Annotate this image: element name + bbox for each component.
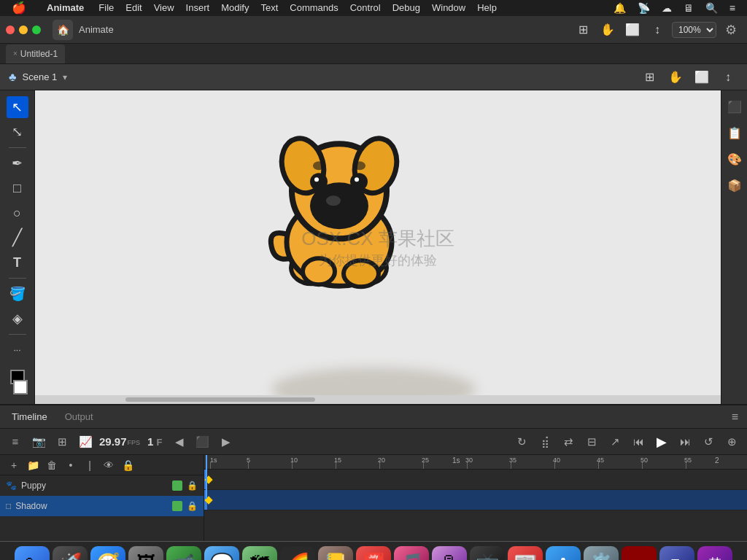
- eraser-tool-btn[interactable]: ◈: [7, 308, 28, 330]
- dock-photos-app[interactable]: 🖼: [128, 546, 163, 561]
- panel-tools-icon[interactable]: ⬛: [724, 96, 745, 117]
- dock-music[interactable]: 🎵: [394, 546, 429, 561]
- layer-vis-btn[interactable]: 👁: [101, 457, 117, 473]
- apple-menu[interactable]: 🍎: [6, 0, 32, 16]
- dock-contacts[interactable]: 📒: [318, 546, 353, 561]
- text-tool-btn[interactable]: T: [7, 252, 28, 273]
- menu-view[interactable]: View: [148, 0, 180, 16]
- screen-icon[interactable]: 🖥: [678, 0, 700, 16]
- paint-bucket-btn[interactable]: 🪣: [7, 283, 28, 305]
- timeline-menu-icon[interactable]: ≡: [732, 411, 738, 424]
- hand-tool-icon[interactable]: ✋: [597, 20, 618, 40]
- pen-tool-btn[interactable]: ✒: [7, 152, 28, 174]
- oval-tool-btn[interactable]: ○: [7, 202, 28, 224]
- dock-tv[interactable]: 📺: [470, 546, 505, 561]
- dock-maps[interactable]: 🗺: [242, 546, 277, 561]
- panel-properties-icon[interactable]: 🎨: [724, 149, 745, 169]
- menu-help[interactable]: Help: [471, 0, 503, 16]
- line-tool-btn[interactable]: ╱: [7, 227, 28, 249]
- dock-facetime[interactable]: 📹: [166, 546, 201, 561]
- subselect-tool-btn[interactable]: ⤡: [7, 121, 28, 143]
- panel-library-icon[interactable]: 📦: [724, 175, 745, 195]
- dock-calendar[interactable]: 📅: [356, 546, 391, 561]
- frame-split-btn[interactable]: |: [82, 457, 98, 473]
- rotate-icon[interactable]: ↕: [647, 20, 667, 40]
- menu-text[interactable]: Text: [255, 0, 284, 16]
- hand-tool-btn[interactable]: ✋: [665, 67, 686, 88]
- dock-photos[interactable]: 🌈: [280, 546, 315, 561]
- canvas-content[interactable]: OSX.CX 苹果社区 为你提供更好的体验: [35, 90, 721, 404]
- tl-split-icon[interactable]: ⊟: [582, 432, 601, 451]
- app-name-menu[interactable]: Animate: [41, 0, 90, 16]
- keyframe-dot-btn[interactable]: •: [63, 457, 79, 473]
- search-icon[interactable]: 🔍: [700, 0, 724, 16]
- menu-window[interactable]: Window: [426, 0, 471, 16]
- frame-icon[interactable]: ⬜: [692, 67, 712, 88]
- dock-launchpad[interactable]: 🚀: [53, 546, 88, 561]
- dock-custom-app[interactable]: 梵: [697, 546, 732, 561]
- fit-view-icon[interactable]: ⊞: [573, 20, 593, 40]
- document-tab[interactable]: × Untitled-1: [6, 44, 65, 63]
- select-tool-btn[interactable]: ↖: [7, 96, 28, 118]
- tl-ripple-icon[interactable]: ⣾: [535, 432, 554, 451]
- rectangle-tool-btn[interactable]: □: [7, 177, 28, 199]
- track-puppy[interactable]: [204, 470, 747, 490]
- tl-camera-icon[interactable]: 📷: [29, 432, 48, 451]
- layer-shadow[interactable]: □ Shadow 🔒: [0, 496, 204, 516]
- layer-puppy[interactable]: 🐾 Puppy 🔒: [0, 475, 204, 496]
- tl-next-keyframe-icon[interactable]: ▶: [217, 432, 236, 451]
- tl-sync-icon[interactable]: ⇄: [559, 432, 578, 451]
- crop-icon[interactable]: ⬜: [622, 20, 643, 40]
- grid-icon[interactable]: ⊞: [639, 67, 659, 88]
- maximize-button[interactable]: [32, 26, 41, 34]
- dock-system-prefs[interactable]: ⚙️: [584, 546, 619, 561]
- menu-commands[interactable]: Commands: [284, 0, 344, 16]
- scene-chevron-icon[interactable]: ▾: [63, 72, 67, 82]
- zoom-select[interactable]: 100%: [672, 22, 716, 38]
- tl-step-fwd-icon[interactable]: ⏭: [676, 432, 694, 451]
- tab-close-icon[interactable]: ×: [13, 50, 18, 58]
- scrollbar-thumb[interactable]: [125, 397, 315, 402]
- playhead[interactable]: [206, 455, 207, 499]
- hamburger-icon[interactable]: ≡: [724, 0, 741, 16]
- tl-play-icon[interactable]: ▶: [652, 432, 671, 451]
- more-tools-btn[interactable]: ···: [7, 339, 28, 361]
- panel-assets-icon[interactable]: 📋: [724, 122, 745, 143]
- dock-news[interactable]: 📰: [508, 546, 543, 561]
- panels-icon[interactable]: ⚙: [721, 20, 741, 40]
- menu-edit[interactable]: Edit: [120, 0, 147, 16]
- layer-visibility-shadow[interactable]: [172, 501, 182, 511]
- tl-undo-icon[interactable]: ↺: [699, 432, 718, 451]
- layer-lock-puppy[interactable]: 🔒: [187, 481, 198, 491]
- tl-prev-keyframe-icon[interactable]: ◀: [170, 432, 189, 451]
- layer-lock-btn[interactable]: 🔒: [120, 457, 136, 473]
- dock-typeface[interactable]: Ts: [659, 546, 694, 561]
- tl-layers-icon[interactable]: ≡: [6, 432, 25, 451]
- airdrop-icon[interactable]: 📡: [632, 0, 656, 16]
- output-tab[interactable]: Output: [62, 411, 96, 422]
- menu-insert[interactable]: Insert: [180, 0, 216, 16]
- tl-frame-icon[interactable]: ⬛: [193, 432, 212, 451]
- dock-messages[interactable]: 💬: [204, 546, 239, 561]
- dock-adobe-animate[interactable]: An: [622, 546, 657, 561]
- layer-visibility-puppy[interactable]: [172, 481, 182, 491]
- add-folder-btn[interactable]: 📁: [25, 457, 41, 473]
- notification-icon[interactable]: 🔔: [608, 0, 632, 16]
- tl-step-back-icon[interactable]: ⏮: [629, 432, 648, 451]
- creative-cloud-icon[interactable]: ☁: [656, 0, 678, 16]
- timeline-tab[interactable]: Timeline: [9, 411, 50, 422]
- dock-finder[interactable]: 🗂: [15, 546, 50, 561]
- tl-export-icon[interactable]: ↗: [605, 432, 624, 451]
- tl-onion-skin-icon[interactable]: ⊕: [722, 432, 741, 451]
- flip-icon[interactable]: ↕: [718, 67, 738, 88]
- track-shadow[interactable]: [204, 490, 747, 510]
- menu-debug[interactable]: Debug: [387, 0, 426, 16]
- home-button[interactable]: 🏠: [53, 20, 73, 40]
- menu-control[interactable]: Control: [344, 0, 387, 16]
- tl-grid-icon[interactable]: ⊞: [53, 432, 71, 451]
- add-layer-btn[interactable]: +: [6, 457, 22, 473]
- menu-file[interactable]: File: [93, 0, 120, 16]
- dock-app-store[interactable]: A: [546, 546, 581, 561]
- stroke-color-swatch[interactable]: [13, 380, 28, 394]
- dock-safari[interactable]: 🧭: [90, 546, 125, 561]
